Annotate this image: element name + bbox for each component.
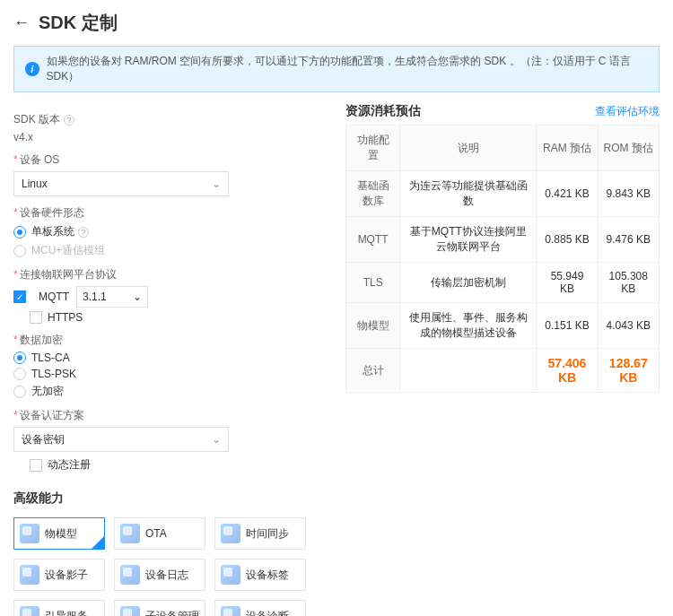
chevron-down-icon: ⌄	[133, 291, 142, 303]
back-arrow-icon[interactable]: ←	[13, 13, 30, 32]
feature-label: OTA	[145, 527, 167, 540]
protocol-label: *连接物联网平台协议	[13, 267, 328, 282]
feature-icon	[120, 606, 140, 616]
feature-label: 设备标签	[246, 568, 289, 583]
table-row: MQTT基于MQTT协议连接阿里云物联网平台0.885 KB9.476 KB	[346, 217, 660, 263]
sdk-version-value: v4.x	[13, 131, 328, 143]
mqtt-label: MQTT	[39, 291, 69, 303]
encryption-tls-psk[interactable]: TLS-PSK	[13, 368, 328, 380]
chevron-down-icon: ⌄	[212, 433, 221, 446]
resource-table: 功能配置说明RAM 预估ROM 预估 基础函数库为连云等功能提供基础函数0.42…	[345, 125, 660, 393]
feature-label: 设备日志	[145, 568, 188, 583]
feature-0[interactable]: 物模型	[13, 517, 105, 550]
table-total-row: 总计57.406 KB128.67 KB	[346, 349, 660, 393]
feature-icon	[20, 565, 39, 585]
feature-7[interactable]: 子设备管理	[114, 600, 205, 616]
sdk-version-label: SDK 版本?	[13, 112, 328, 127]
feature-1[interactable]: OTA	[114, 517, 205, 550]
feature-icon	[221, 565, 240, 585]
help-icon[interactable]: ?	[78, 227, 89, 238]
info-icon: i	[25, 62, 39, 76]
checkbox-icon	[30, 459, 42, 472]
feature-label: 物模型	[45, 526, 77, 542]
feature-icon	[221, 606, 240, 616]
feature-3[interactable]: 设备影子	[13, 559, 105, 591]
https-option[interactable]: HTTPS	[30, 311, 328, 324]
feature-icon	[221, 524, 240, 543]
hardware-option-mcu[interactable]: MCU+通信模组	[13, 243, 328, 258]
dynamic-register[interactable]: 动态注册	[30, 457, 328, 473]
feature-2[interactable]: 时间同步	[214, 517, 306, 550]
https-checkbox	[30, 311, 42, 324]
feature-4[interactable]: 设备日志	[114, 559, 205, 591]
feature-label: 设备诊断	[246, 609, 289, 617]
table-header: ROM 预估	[598, 126, 659, 171]
feature-6[interactable]: 引导服务	[13, 600, 105, 616]
info-banner: i 如果您的设备对 RAM/ROM 空间有所要求，可以通过下方的功能配置项，生成…	[13, 46, 660, 92]
eval-env-link[interactable]: 查看评估环境	[595, 104, 660, 119]
help-icon[interactable]: ?	[64, 115, 74, 126]
feature-icon	[20, 606, 39, 616]
mqtt-version-select[interactable]: 3.1.1⌄	[76, 286, 148, 308]
device-os-label: *设备 OS	[13, 152, 328, 168]
auth-select[interactable]: 设备密钥⌄	[13, 427, 229, 452]
device-os-select[interactable]: Linux⌄	[13, 171, 229, 196]
encryption-none[interactable]: 无加密	[13, 384, 328, 399]
auth-label: *设备认证方案	[13, 408, 328, 423]
encryption-tls-ca[interactable]: TLS-CA	[13, 351, 328, 364]
radio-icon	[13, 245, 26, 257]
radio-icon	[13, 368, 26, 380]
feature-label: 子设备管理	[145, 609, 199, 617]
radio-icon	[13, 386, 26, 398]
radio-icon	[13, 226, 26, 239]
page-title: SDK 定制	[39, 11, 118, 35]
table-row: 物模型使用属性、事件、服务构成的物模型描述设备0.151 KB4.043 KB	[346, 303, 660, 349]
feature-8[interactable]: 设备诊断	[214, 600, 306, 616]
table-header: 功能配置	[346, 126, 400, 171]
radio-icon	[13, 351, 26, 364]
feature-label: 时间同步	[246, 526, 289, 542]
feature-label: 设备影子	[45, 568, 88, 583]
feature-icon	[20, 524, 39, 543]
chevron-down-icon: ⌄	[212, 178, 221, 190]
table-row: 基础函数库为连云等功能提供基础函数0.421 KB9.843 KB	[346, 171, 660, 217]
table-header: RAM 预估	[537, 126, 598, 171]
advanced-title: 高级能力	[13, 490, 328, 507]
resource-title: 资源消耗预估	[345, 103, 421, 119]
table-row: TLS传输层加密机制55.949 KB105.308 KB	[346, 263, 660, 303]
encryption-label: *数据加密	[13, 333, 328, 348]
feature-5[interactable]: 设备标签	[214, 559, 306, 591]
feature-label: 引导服务	[45, 609, 88, 617]
info-banner-text: 如果您的设备对 RAM/ROM 空间有所要求，可以通过下方的功能配置项，生成符合…	[47, 54, 648, 84]
feature-icon	[120, 524, 140, 543]
feature-icon	[120, 565, 140, 585]
hardware-label: *设备硬件形态	[13, 205, 328, 221]
hardware-option-single[interactable]: 单板系统 ?	[13, 224, 328, 239]
mqtt-checkbox[interactable]	[13, 291, 26, 303]
table-header: 说明	[400, 126, 537, 171]
